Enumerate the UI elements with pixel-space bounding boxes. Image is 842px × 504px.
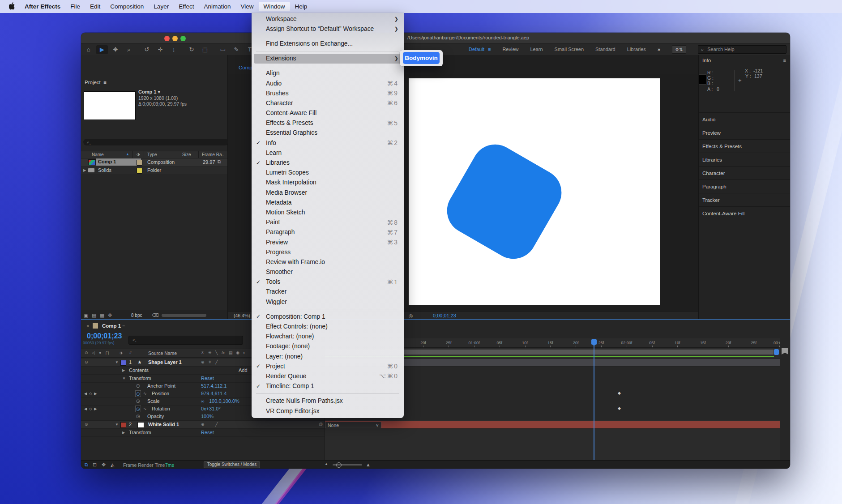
- expand-arrow-icon[interactable]: ▶: [83, 168, 86, 172]
- eye-icon[interactable]: ⊙: [85, 350, 88, 355]
- parent-pickwhip-icon[interactable]: @: [319, 422, 323, 427]
- layer-name[interactable]: Shape Layer 1: [148, 359, 182, 365]
- window-menu-item[interactable]: Flowchart: (none) ❯: [252, 332, 404, 342]
- toggle-switches-button[interactable]: Toggle Switches / Modes: [204, 461, 260, 468]
- layer-row-white-solid[interactable]: ⊙ ▼ 2 White Solid 1 ⊕ ╱ @: [81, 421, 325, 429]
- menubar-item[interactable]: Composition: [105, 2, 149, 11]
- sort-ascending-icon[interactable]: ▲: [126, 152, 129, 156]
- window-menu-item[interactable]: VR Comp Editor.jsx ❯: [252, 406, 404, 416]
- property-value[interactable]: 100.0,100.0%: [209, 398, 239, 404]
- window-menu-item[interactable]: Progress ❯: [252, 247, 404, 257]
- apple-menu-icon[interactable]: [5, 2, 19, 11]
- column-type[interactable]: Type: [147, 152, 157, 157]
- window-menu-item[interactable]: Paragraph ⌘7 ❯: [252, 227, 404, 237]
- window-menu-item[interactable]: Review with Frame.io ❯: [252, 257, 404, 267]
- column-frame-rate[interactable]: Frame Ra..: [202, 152, 224, 157]
- window-menu-item[interactable]: Wiggler ❯: [252, 297, 404, 307]
- column-name[interactable]: Name: [92, 152, 104, 157]
- graph-icon[interactable]: ∿: [143, 391, 147, 396]
- window-menu-item[interactable]: Media Browser ❯: [252, 188, 404, 197]
- window-menu-item[interactable]: Extensions ❯: [254, 54, 402, 64]
- panel-menu-icon[interactable]: ≡: [103, 80, 107, 85]
- tab-project[interactable]: Project ≡: [85, 80, 107, 85]
- reset-link[interactable]: Reset: [201, 430, 214, 435]
- window-menu-item[interactable]: Audio ⌘4 ❯: [252, 78, 404, 88]
- minimize-button[interactable]: [172, 36, 178, 41]
- label-color-chip[interactable]: [137, 160, 142, 166]
- camera-tool-icon[interactable]: ⬚: [199, 45, 211, 54]
- white-solid-bar[interactable]: [325, 421, 780, 429]
- graph-editor-icon[interactable]: ✥: [102, 462, 106, 468]
- quality-icon[interactable]: ╲: [215, 350, 218, 355]
- close-button[interactable]: [164, 36, 170, 41]
- label-tag-icon[interactable]: ⬗: [120, 350, 123, 355]
- workspace-default[interactable]: Default ≡: [469, 47, 491, 52]
- timeline-close-icon[interactable]: ×: [86, 323, 89, 329]
- new-folder-icon[interactable]: ▤: [92, 312, 96, 318]
- rotation-tool-icon[interactable]: ↻: [186, 45, 197, 54]
- horizontal-scrollbar[interactable]: [162, 314, 206, 317]
- bit-depth-button[interactable]: 8 bpc: [131, 313, 142, 318]
- column-size[interactable]: Size: [182, 152, 191, 157]
- tab-composition-fragment[interactable]: Comp: [239, 65, 252, 70]
- window-menu-item[interactable]: Mask Interpolation ❯: [252, 178, 404, 188]
- pickwhip-icon[interactable]: ⊕: [201, 422, 205, 427]
- window-menu-item[interactable]: Tools ⌘1 ❯: [252, 277, 404, 287]
- window-menu-item[interactable]: Character ⌘6 ❯: [252, 98, 404, 108]
- adjustment-layer-icon[interactable]: ◐: [243, 350, 245, 355]
- menubar-item[interactable]: View: [235, 2, 258, 11]
- workspace-small-screen[interactable]: Small Screen: [555, 47, 584, 52]
- timeline-search-input[interactable]: ⌕˯: [128, 336, 243, 345]
- window-menu-item[interactable]: Learn ❯: [252, 148, 404, 158]
- window-menu-item[interactable]: Project ⌘0 ❯: [252, 361, 404, 371]
- flowchart-icon[interactable]: ⧉: [218, 159, 221, 165]
- snapshot-camera-icon[interactable]: ◎: [409, 313, 413, 319]
- pen-tool-icon[interactable]: ✎: [231, 45, 242, 54]
- graph-icon[interactable]: ∿: [143, 406, 147, 411]
- workspace-review[interactable]: Review: [502, 47, 518, 52]
- pickwhip-icon[interactable]: ⊕: [201, 360, 205, 364]
- window-menu-item[interactable]: Info ⌘2 ❯: [252, 138, 404, 148]
- stopwatch-icon-active[interactable]: ◷: [135, 390, 141, 397]
- workspace-menu-icon[interactable]: ≡: [488, 47, 491, 52]
- window-menu-item[interactable]: Create Nulls From Paths.jsx ❯: [252, 396, 404, 406]
- source-name-column[interactable]: Source Name: [148, 350, 177, 356]
- project-search-input[interactable]: ⌕˯: [83, 139, 228, 145]
- dolly-camera-tool-icon[interactable]: ↕: [168, 45, 180, 54]
- zoom-in-mountain-icon[interactable]: ▲: [366, 462, 371, 467]
- window-menu-item[interactable]: Footage: (none) ❯: [252, 342, 404, 351]
- property-row-solid-transform[interactable]: ▶ Transform Reset: [81, 429, 325, 437]
- comp-marker-button[interactable]: [782, 348, 788, 355]
- frame-blend-icon[interactable]: ▤: [229, 350, 233, 355]
- panel-menu-icon[interactable]: ≡: [783, 58, 786, 63]
- submenu-item-bodymovin[interactable]: Bodymovin: [403, 52, 440, 64]
- quality-icon[interactable]: ╱: [215, 422, 218, 427]
- twirl-icon[interactable]: ▼: [115, 360, 119, 364]
- window-menu-item[interactable]: Paint ⌘8 ❯: [252, 218, 404, 227]
- keyframe-diamond-position[interactable]: ◆: [618, 391, 621, 395]
- window-menu-item[interactable]: Assign Shortcut to “Default” Workspace ❯: [252, 24, 404, 34]
- workspace-standard[interactable]: Standard: [595, 47, 615, 52]
- window-menu-item[interactable]: Align ❯: [252, 68, 404, 78]
- magnification-menu[interactable]: (46.4%) ˅: [234, 313, 254, 318]
- window-menu-item[interactable]: Workspace ❯: [252, 14, 404, 24]
- pan-camera-tool-icon[interactable]: ✛: [154, 45, 166, 54]
- timeline-timecode[interactable]: 0;00;01;23: [87, 332, 122, 340]
- fx-icon[interactable]: fx: [222, 350, 225, 355]
- menubar-item[interactable]: After Effects: [20, 2, 65, 11]
- audio-icon[interactable]: ◁: [92, 350, 95, 355]
- property-value[interactable]: 0x+31.0°: [201, 406, 221, 411]
- stopwatch-icon[interactable]: ◷: [136, 414, 140, 419]
- menubar-item[interactable]: File: [65, 2, 85, 11]
- lock-icon[interactable]: ⋂: [106, 350, 109, 355]
- scroll-thumb-end[interactable]: [774, 349, 779, 355]
- workspace-libraries[interactable]: Libraries: [627, 47, 646, 52]
- window-menu-item[interactable]: Preview ⌘3 ❯: [252, 237, 404, 247]
- collapse-icon[interactable]: ✳: [208, 360, 212, 364]
- window-menu-item[interactable]: Composition: Comp 1 ❯: [252, 312, 404, 321]
- draft-3d-icon[interactable]: ⊡: [93, 462, 97, 468]
- hand-tool-icon[interactable]: ✥: [110, 45, 121, 54]
- tab-info[interactable]: Info: [702, 58, 711, 63]
- window-menu-item[interactable]: Effects & Presets ⌘5 ❯: [252, 118, 404, 128]
- home-icon[interactable]: ⌂: [83, 45, 94, 54]
